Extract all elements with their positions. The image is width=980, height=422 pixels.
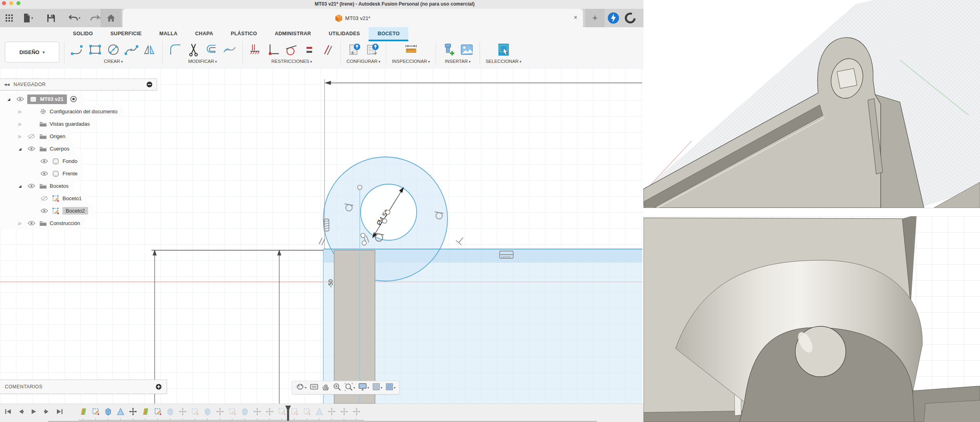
measure-tool-icon[interactable] — [404, 42, 418, 57]
timeline-feature-move[interactable] — [325, 407, 338, 416]
activate-component-radio[interactable] — [69, 95, 78, 103]
group-label-configurar[interactable]: CONFIGURAR — [347, 59, 380, 64]
circle-tool-icon[interactable] — [106, 42, 121, 57]
timeline-feature-move[interactable] — [251, 407, 263, 416]
minimize-window-button[interactable] — [9, 1, 13, 5]
timeline-feature-loft[interactable] — [313, 407, 325, 416]
comments-panel[interactable]: COMENTARIOS — [0, 380, 167, 394]
timeline-feature-sketch[interactable] — [151, 407, 164, 416]
fillet-tool-icon[interactable] — [168, 42, 183, 57]
tangent-constraint-icon[interactable] — [284, 42, 299, 57]
timeline-feature-loft[interactable] — [114, 407, 127, 416]
rectangle-tool-icon[interactable] — [88, 42, 103, 57]
add-comment-icon[interactable] — [155, 384, 162, 390]
group-label-crear[interactable]: CREAR — [104, 59, 123, 64]
timeline-feature-sketch[interactable] — [189, 407, 201, 416]
tree-item-cuerpos[interactable]: ◢Cuerpos — [0, 143, 75, 155]
grid-settings-button[interactable]: ▾ — [371, 382, 383, 393]
timeline-feature-move[interactable] — [263, 407, 276, 416]
tab-chapa[interactable]: CHAPA — [186, 27, 222, 40]
eye-off-icon[interactable] — [26, 133, 36, 140]
tree-item-bocetos[interactable]: ◢Bocetos — [0, 180, 74, 192]
playback-go-to-end-button[interactable] — [54, 406, 65, 417]
playback-play-button[interactable] — [28, 406, 39, 417]
expander-icon[interactable]: ◢ — [16, 147, 24, 151]
display-settings-button[interactable]: ▾ — [357, 382, 370, 393]
parameter-table-icon[interactable] — [365, 42, 380, 57]
orbit-button[interactable]: ▾ — [294, 382, 308, 393]
tree-item-frente[interactable]: Frente — [0, 167, 83, 180]
sketch-point[interactable] — [362, 241, 367, 245]
eye-icon[interactable] — [26, 220, 36, 227]
save-icon[interactable] — [45, 12, 57, 24]
chevron-down-icon[interactable]: ▾ — [381, 386, 382, 390]
sketch-point[interactable] — [386, 210, 390, 215]
profile-icon[interactable] — [624, 12, 636, 24]
timeline-feature-sketch[interactable] — [300, 407, 313, 416]
trim-scissors-icon[interactable] — [186, 42, 201, 57]
tree-item-vistas-guardadas[interactable]: ▷Vistas guardadas — [0, 118, 95, 130]
eye-off-icon[interactable] — [39, 195, 49, 202]
home-view-button[interactable] — [101, 9, 121, 27]
sketch-point[interactable] — [383, 219, 387, 223]
timeline-feature-plane[interactable] — [139, 407, 151, 416]
expander-icon[interactable]: ▷ — [16, 110, 24, 114]
zoom-window-button[interactable] — [16, 1, 20, 5]
app-grid-icon[interactable] — [3, 12, 15, 24]
equal-constraint-icon[interactable] — [302, 42, 317, 57]
chevron-down-icon[interactable]: ▾ — [353, 386, 355, 390]
timeline-position-marker[interactable] — [285, 406, 291, 421]
group-label-restricciones[interactable]: RESTRICCIONES — [271, 59, 312, 64]
undo-icon[interactable] — [67, 12, 79, 24]
tree-item-boceto1[interactable]: Boceto1 — [0, 192, 87, 205]
select-tool-icon[interactable] — [496, 42, 511, 57]
timeline-feature-sketch[interactable] — [226, 407, 238, 416]
viewports-button[interactable]: ▾ — [384, 382, 397, 393]
group-label-seleccionar[interactable]: SELECCIONAR — [486, 59, 521, 64]
expander-icon[interactable]: ▷ — [16, 122, 24, 126]
eye-icon[interactable] — [26, 183, 36, 190]
timeline-feature-extrude[interactable] — [201, 407, 214, 416]
new-tab-button[interactable]: + — [585, 9, 605, 27]
eye-icon[interactable] — [15, 96, 25, 103]
tab-superficie[interactable]: SUPERFICIE — [102, 27, 151, 40]
tab-utilidades[interactable]: UTILIDADES — [320, 27, 369, 40]
tab-plástico[interactable]: PLÁSTICO — [222, 27, 266, 40]
document-tab[interactable]: MT03 v21* × — [123, 9, 583, 27]
collapse-panel-icon[interactable]: ◀◀ — [4, 82, 10, 86]
expander-icon[interactable]: ◢ — [5, 97, 13, 101]
tab-solido[interactable]: SOLIDO — [64, 27, 102, 40]
timeline-feature-move[interactable] — [350, 407, 363, 416]
expander-icon[interactable]: ▷ — [16, 221, 24, 225]
playback-step-forward-button[interactable] — [41, 406, 52, 417]
tab-administrar[interactable]: ADMINISTRAR — [266, 27, 320, 40]
sketch-point[interactable] — [358, 185, 362, 190]
timeline-feature-extrude[interactable] — [238, 407, 251, 416]
mirror-tool-icon[interactable] — [142, 42, 157, 57]
tree-item-mt03-v21[interactable]: ◢MT03 v21 — [0, 93, 84, 105]
tab-malla[interactable]: MALLA — [151, 27, 186, 40]
parallel-icon[interactable] — [319, 238, 325, 245]
fixed-constraint-icon[interactable] — [248, 42, 263, 57]
insert-image-icon[interactable] — [460, 42, 474, 57]
tree-item-fondo[interactable]: Fondo — [0, 155, 83, 167]
close-window-button[interactable] — [2, 1, 6, 5]
remove-panel-icon[interactable] — [146, 81, 153, 88]
job-status-icon[interactable] — [607, 12, 619, 24]
look-at-button[interactable] — [309, 382, 320, 393]
tab-boceto[interactable]: BOCETO — [369, 27, 408, 40]
parallel-constraint-icon[interactable] — [321, 42, 335, 57]
group-label-modificar[interactable]: MODIFICAR — [188, 59, 217, 64]
eye-icon[interactable] — [39, 158, 49, 165]
chevron-down-icon[interactable]: ▾ — [305, 386, 307, 390]
chevron-down-icon[interactable]: ▾ — [367, 386, 369, 390]
offset-tool-icon[interactable] — [204, 42, 219, 57]
timeline-feature-move[interactable] — [214, 407, 226, 416]
tree-item-configuración-del-documento[interactable]: ▷Configuración del documento — [0, 105, 123, 118]
timeline-feature-sketch[interactable] — [89, 407, 102, 416]
parameters-icon[interactable] — [347, 42, 362, 57]
zoom-button[interactable] — [332, 382, 343, 393]
group-label-insertar[interactable]: INSERTAR — [445, 59, 470, 64]
sketch-canvas[interactable]: Ø4.50 -50 — [0, 68, 644, 404]
perpendicular-constraint-icon[interactable] — [266, 42, 281, 57]
